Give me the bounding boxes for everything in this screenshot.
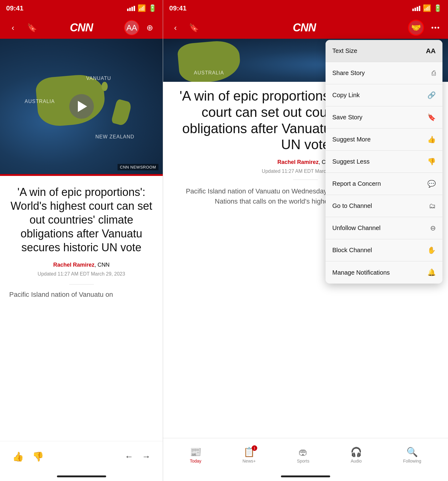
cnn-logo: CNN — [70, 21, 93, 34]
today-icon: 📰 — [190, 447, 201, 457]
australia-label: AUSTRALIA — [25, 99, 55, 104]
text-size-aa-label: AA — [426, 47, 436, 55]
report-concern-label: Report a Concern — [332, 180, 381, 187]
report-concern-menu-item[interactable]: Report a Concern 💬 — [326, 173, 442, 195]
play-button[interactable] — [69, 94, 94, 119]
save-story-menu-item[interactable]: Save Story 🔖 — [326, 106, 442, 129]
suggest-less-label: Suggest Less — [332, 158, 370, 165]
right-wifi-icon: 📶 — [423, 4, 431, 12]
tab-today[interactable]: 📰 Today — [190, 447, 201, 463]
map-video-area: AUSTRALIA VANUATU NEW ZEALAND CNN NEWSRO… — [0, 39, 163, 174]
right-aus-label: AUSTRALIA — [194, 70, 224, 76]
right-more-button[interactable]: ••• — [429, 21, 442, 34]
newzealand-land — [111, 99, 132, 126]
article-divider — [69, 284, 94, 284]
suggest-less-menu-item[interactable]: Suggest Less 👎 — [326, 151, 442, 173]
right-article-divider — [293, 180, 318, 180]
back-article-button[interactable]: ← — [125, 452, 133, 462]
left-nav-left: ‹ 🔖 — [6, 21, 39, 34]
thumbs-down-button[interactable]: 👎 — [32, 451, 44, 462]
block-channel-label: Block Channel — [332, 247, 372, 254]
go-channel-label: Go to Channel — [332, 202, 372, 209]
unfollow-channel-menu-item[interactable]: Unfollow Channel ⊖ — [326, 217, 442, 239]
unfollow-icon: ⊖ — [430, 224, 436, 232]
unfollow-label: Unfollow Channel — [332, 225, 381, 232]
wifi-icon: 📶 — [138, 4, 146, 12]
manage-notifications-menu-item[interactable]: Manage Notifications 🔔 — [326, 261, 442, 284]
signal-bars-icon — [127, 6, 135, 11]
back-button[interactable]: ‹ — [6, 21, 20, 34]
following-label: Following — [403, 459, 421, 463]
right-time: 09:41 — [169, 4, 186, 12]
channel-icon: 🗂 — [429, 202, 436, 210]
tab-audio[interactable]: 🎧 Audio — [350, 447, 362, 463]
right-signal-icon — [412, 6, 420, 11]
thumbsdown-icon: 👎 — [427, 158, 436, 166]
author-name: Rachel Ramirez — [53, 262, 94, 268]
reactions-button[interactable]: 🤝 — [408, 20, 424, 36]
text-size-button[interactable]: AA — [124, 20, 139, 35]
right-phone: 09:41 📶 🔋 ‹ 🔖 CNN 🤝 ••• Text Size AA — [163, 0, 448, 481]
tab-following[interactable]: 🔍 Following — [403, 447, 421, 463]
following-tab-icon-wrap: 🔍 — [406, 447, 418, 457]
suggest-more-label: Suggest More — [332, 136, 371, 143]
left-time: 09:41 — [6, 4, 23, 12]
article-content: 'A win of epic proportions': World's hig… — [0, 176, 163, 441]
article-author: Rachel Ramirez, CNN — [9, 262, 154, 268]
block-channel-menu-item[interactable]: Block Channel ✋ — [326, 239, 442, 261]
audio-label: Audio — [351, 459, 362, 463]
report-icon: 💬 — [427, 180, 436, 188]
right-bookmark-button[interactable]: 🔖 — [187, 21, 201, 34]
manage-notifications-label: Manage Notifications — [332, 269, 390, 276]
today-tab-icon-wrap: 📰 — [190, 447, 201, 457]
right-nav-bar: ‹ 🔖 CNN 🤝 ••• — [163, 17, 448, 39]
copy-link-menu-item[interactable]: Copy Link 🔗 — [326, 84, 442, 106]
suggest-more-menu-item[interactable]: Suggest More 👍 — [326, 129, 442, 151]
right-cnn-logo: CNN — [293, 21, 316, 34]
left-nav-bar: ‹ 🔖 CNN AA ⊕ — [0, 17, 163, 39]
reactions-icon: 🤝 — [411, 23, 421, 33]
map-background: AUSTRALIA VANUATU NEW ZEALAND CNN NEWSRO… — [0, 39, 163, 174]
go-to-channel-menu-item[interactable]: Go to Channel 🗂 — [326, 195, 442, 217]
following-icon: 🔍 — [406, 447, 418, 457]
save-icon: 🔖 — [427, 113, 436, 121]
article-date: Updated 11:27 AM EDT March 29, 2023 — [9, 271, 154, 277]
thumbs-up-button[interactable]: 👍 — [12, 451, 24, 462]
audio-icon: 🎧 — [350, 447, 362, 457]
thumbsup-icon: 👍 — [427, 136, 436, 144]
nav-arrows: ← → — [125, 452, 150, 462]
home-indicator — [0, 472, 163, 481]
left-phone: 09:41 📶 🔋 ‹ 🔖 CNN AA ⊕ — [0, 0, 163, 481]
home-indicator-bar — [57, 475, 106, 477]
battery-icon: 🔋 — [148, 4, 157, 12]
cnn-newsroom-badge: CNN NEWSROOM — [118, 164, 158, 170]
tab-news-plus[interactable]: 📋 1 News+ — [242, 447, 256, 463]
more-button[interactable]: ⊕ — [143, 21, 157, 34]
right-status-bar: 09:41 📶 🔋 — [163, 0, 448, 17]
copy-link-label: Copy Link — [332, 92, 360, 99]
save-story-label: Save Story — [332, 114, 362, 121]
newsplus-badge: 1 — [252, 445, 257, 451]
right-author-name: Rachel Ramirez — [277, 159, 318, 165]
text-size-menu-item[interactable]: Text Size AA — [326, 40, 442, 62]
link-icon: 🔗 — [427, 91, 436, 99]
newsplus-label: News+ — [242, 459, 256, 463]
vanuatu-label: VANUATU — [86, 76, 111, 81]
left-status-bar: 09:41 📶 🔋 — [0, 0, 163, 17]
sports-tab-icon-wrap: 🏟 — [298, 447, 308, 457]
vanuatu-land — [102, 82, 108, 91]
article-title: 'A win of epic proportions': World's hig… — [9, 185, 154, 254]
notifications-icon: 🔔 — [427, 268, 436, 276]
right-back-button[interactable]: ‹ — [169, 21, 182, 34]
newsplus-tab-icon-wrap: 📋 1 — [243, 447, 255, 457]
article-preview: Pacific Island nation of Vanuatu on — [9, 291, 154, 299]
share-story-menu-item[interactable]: Share Story ⎙ — [326, 62, 442, 84]
newzealand-label: NEW ZEALAND — [95, 134, 134, 140]
forward-article-button[interactable]: → — [142, 452, 150, 462]
right-status-right: 📶 🔋 — [412, 4, 442, 12]
share-story-label: Share Story — [332, 70, 365, 77]
right-home-indicator-bar — [281, 475, 330, 477]
sports-label: Sports — [297, 459, 309, 463]
tab-sports[interactable]: 🏟 Sports — [297, 447, 309, 463]
bookmark-button[interactable]: 🔖 — [25, 21, 39, 34]
